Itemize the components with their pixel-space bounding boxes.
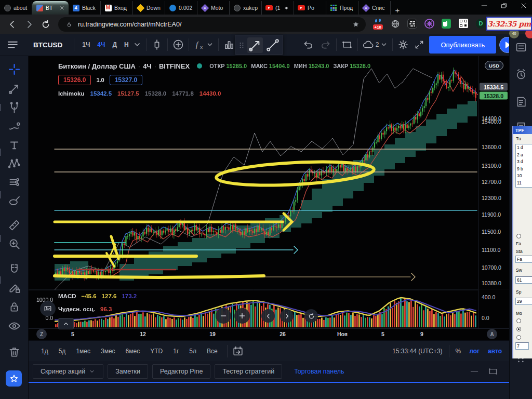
dialog-list-item[interactable]: 1 d [516, 144, 532, 152]
dialog-list-item[interactable]: 2 a [516, 152, 532, 159]
time-axis[interactable]: Z A 5121926Ноя59 [29, 328, 509, 340]
dialog-listbox[interactable]: 1 d2 a3 d9 b1011 [515, 144, 532, 188]
watchlist-toggle-icon[interactable] [514, 41, 528, 54]
bid-button[interactable]: 15326.0 [58, 75, 91, 85]
new-tab-button[interactable]: + [391, 6, 404, 15]
panel-maximize-icon[interactable] [487, 366, 499, 377]
pane-collapse-button[interactable] [58, 318, 74, 329]
indicators-button[interactable]: fx [193, 38, 206, 51]
interval-Д[interactable]: Д [109, 41, 121, 48]
shapes-tool-button[interactable] [7, 194, 21, 208]
xabcd-tool-button[interactable] [7, 156, 21, 170]
dialog-list-item[interactable]: 10 [516, 172, 532, 180]
main-menu-button[interactable] [6, 38, 20, 51]
dialog-list-item[interactable]: 11 [516, 180, 532, 187]
news-sidebar-icon[interactable] [514, 95, 528, 109]
padlock-tool-button[interactable] [7, 300, 21, 314]
ao-label[interactable]: Чудесн. осц. [58, 306, 95, 312]
market-status-dot[interactable] [197, 63, 202, 69]
reset-chart-button[interactable] [304, 309, 318, 323]
magnet-tool-button[interactable] [7, 262, 21, 276]
price-scale[interactable]: 15400.0 USD 15334.5 15328.0 14400.013600… [478, 56, 509, 340]
blackberry-extension-icon[interactable] [407, 19, 418, 30]
currency-button[interactable]: USD [485, 61, 503, 70]
browser-tab-7[interactable]: Moto [197, 1, 230, 15]
window-restore-button[interactable] [500, 2, 508, 10]
pane-divider[interactable] [29, 289, 509, 290]
timezone-badge[interactable]: Z [36, 329, 47, 339]
range-Все[interactable]: Все [202, 348, 223, 355]
url-text[interactable]: ru.tradingview.com/chart/mNctrEA0/ [78, 21, 345, 28]
brush-tool-button[interactable] [7, 119, 21, 134]
browser-tab-3[interactable]: 4Black [69, 1, 101, 15]
scroll-left-button[interactable] [261, 309, 275, 323]
dialog-input-num[interactable]: 7 [515, 342, 529, 350]
panel-tab-заметки[interactable]: Заметки [108, 364, 148, 379]
range-5д[interactable]: 5д [54, 348, 71, 355]
window-minimize-button[interactable] [480, 2, 488, 10]
remove-drawings-button[interactable] [7, 345, 21, 359]
globe-extension-icon[interactable] [390, 19, 401, 30]
dialog-input-font[interactable]: Fa [515, 256, 532, 263]
percent-scale-button[interactable]: % [456, 348, 461, 355]
url-bar[interactable]: ru.tradingview.com/chart/mNctrEA0/ [58, 17, 366, 32]
pitchfork-tool-button[interactable] [7, 101, 21, 115]
wheel-extension-icon[interactable] [424, 19, 435, 30]
interval-4Ч[interactable]: 4Ч [94, 41, 109, 48]
back-button[interactable] [7, 19, 18, 30]
zoom-out-button[interactable] [216, 308, 231, 324]
dashlane-extension-icon[interactable]: D [476, 19, 487, 30]
edit-lock-tool-button[interactable] [7, 281, 21, 295]
legend-interval[interactable]: 4Ч [143, 62, 151, 70]
browser-tab-1[interactable]: about [0, 1, 32, 15]
panel-tab-скринер-акций[interactable]: Скринер акций [33, 364, 103, 379]
ruler-tool-button[interactable] [7, 218, 21, 232]
server-time[interactable]: 15:33:44 (UTC+3) [392, 348, 442, 355]
snapshot-image-button[interactable] [40, 301, 56, 316]
cloud-save-icon[interactable] [362, 38, 375, 51]
indicators-dropdown-icon[interactable] [206, 41, 214, 49]
alarm-sidebar-icon[interactable] [514, 68, 528, 81]
macd-label[interactable]: MACD [58, 293, 76, 299]
qr-extension-icon[interactable] [459, 19, 470, 30]
range-1д[interactable]: 1д [36, 348, 54, 355]
dialog-list-item[interactable]: 9 b [516, 166, 532, 173]
range-6мес[interactable]: 6мес [121, 348, 145, 355]
range-5л[interactable]: 5л [184, 348, 202, 355]
panel-tab-тестер-стратегий[interactable]: Тестер стратегий [215, 364, 282, 379]
favorites-star-button[interactable] [6, 370, 22, 387]
interval-Н[interactable]: Н [121, 41, 132, 48]
browser-tab-8[interactable]: xakep [230, 1, 262, 15]
browser-tab-9[interactable]: (1 [262, 1, 294, 15]
window-close-button[interactable] [520, 2, 528, 10]
undo-button[interactable] [302, 38, 314, 51]
reload-button[interactable] [41, 19, 51, 30]
scroll-right-button[interactable] [280, 309, 294, 323]
interval-1Ч[interactable]: 1Ч [78, 41, 94, 48]
browser-tab-5[interactable]: Down [133, 1, 165, 15]
floating-drawing-toolbar[interactable] [235, 35, 283, 55]
ask-button[interactable]: 15327.0 [110, 75, 142, 85]
goto-date-button[interactable] [232, 345, 244, 357]
publish-button[interactable]: Опубликовать [429, 36, 496, 54]
range-1мес[interactable]: 1мес [71, 348, 96, 355]
trendline-tool-button[interactable] [265, 37, 281, 53]
clock-settings-dialog[interactable]: TPF Tu 1 d2 a3 d9 b1011 Fa Sta Fa Sw 61 … [512, 126, 532, 358]
forecast-tool-button[interactable] [7, 175, 21, 189]
dialog-input-sp[interactable]: 29 [515, 298, 532, 305]
templates-button[interactable] [223, 38, 235, 51]
redo-button[interactable] [320, 38, 332, 51]
browser-tab-10[interactable]: Po [294, 1, 326, 15]
fullscreen-button[interactable] [414, 39, 425, 50]
eye-tool-button[interactable] [7, 319, 21, 333]
axis-settings-badge[interactable]: A [487, 329, 497, 339]
zoom-in-button[interactable] [234, 308, 250, 324]
hot-badge-extension-icon[interactable]: +10 [373, 19, 384, 30]
panel-tab-редактор-pine[interactable]: Редактор Pine [152, 364, 210, 379]
chart-style-button[interactable] [151, 38, 163, 51]
dialog-radio-3[interactable] [516, 327, 521, 331]
crosshair-tool-button[interactable] [7, 62, 21, 76]
auto-scale-button[interactable]: авто [488, 348, 502, 355]
ao-legend[interactable]: Чудесн. осц. 96.3 [58, 306, 112, 312]
log-scale-button[interactable]: лог [469, 348, 480, 355]
